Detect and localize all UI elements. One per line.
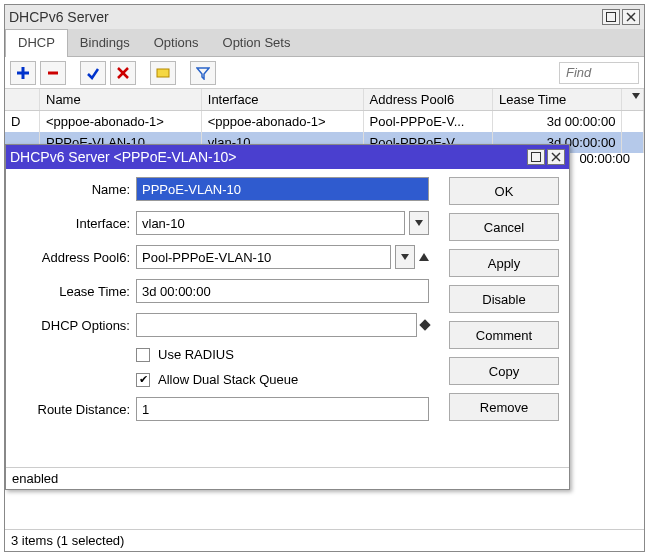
disable-button[interactable]: Disable xyxy=(449,285,559,313)
use-radius-checkbox[interactable] xyxy=(136,348,150,362)
dhcpv6-server-window: DHCPv6 Server DHCP Bindings Options Opti… xyxy=(4,4,645,552)
remove-button[interactable]: Remove xyxy=(449,393,559,421)
titlebar: DHCPv6 Server xyxy=(5,5,644,29)
window-title: DHCPv6 Server xyxy=(9,9,602,25)
name-field[interactable] xyxy=(136,177,429,201)
filter-icon[interactable] xyxy=(190,61,216,85)
tab-options[interactable]: Options xyxy=(142,29,211,56)
dialog-titlebar[interactable]: DHCPv6 Server <PPPoE-VLAN-10> xyxy=(6,145,569,169)
lease-time-field[interactable] xyxy=(136,279,429,303)
col-lease-time[interactable]: Lease Time xyxy=(492,89,621,111)
status-bar: 3 items (1 selected) xyxy=(5,529,644,551)
address-pool6-dropdown-icon[interactable] xyxy=(395,245,415,269)
table-area: Name Interface Address Pool6 Lease Time … xyxy=(5,89,644,529)
allow-dual-stack-label: Allow Dual Stack Queue xyxy=(158,372,298,387)
svg-rect-0 xyxy=(607,13,616,22)
address-pool6-label: Address Pool6: xyxy=(16,250,136,265)
svg-marker-9 xyxy=(197,68,209,79)
tab-dhcp[interactable]: DHCP xyxy=(5,29,68,57)
disable-icon[interactable] xyxy=(110,61,136,85)
tab-option-sets[interactable]: Option Sets xyxy=(211,29,303,56)
ok-button[interactable]: OK xyxy=(449,177,559,205)
svg-rect-8 xyxy=(157,69,169,77)
button-column: OK Cancel Apply Disable Comment Copy Rem… xyxy=(439,169,569,467)
allow-dual-stack-checkbox[interactable] xyxy=(136,373,150,387)
remove-icon[interactable] xyxy=(40,61,66,85)
toolbar xyxy=(5,57,644,89)
tabbar: DHCP Bindings Options Option Sets xyxy=(5,29,644,57)
route-distance-label: Route Distance: xyxy=(16,402,136,417)
comment-button[interactable]: Comment xyxy=(449,321,559,349)
apply-button[interactable]: Apply xyxy=(449,249,559,277)
tab-bindings[interactable]: Bindings xyxy=(68,29,142,56)
svg-rect-10 xyxy=(532,153,541,162)
close-button[interactable] xyxy=(622,9,640,25)
col-interface[interactable]: Interface xyxy=(201,89,363,111)
use-radius-label: Use RADIUS xyxy=(158,347,234,362)
col-flag[interactable] xyxy=(5,89,40,111)
dialog-title: DHCPv6 Server <PPPoE-VLAN-10> xyxy=(10,149,527,165)
dhcp-options-expand-icon[interactable] xyxy=(419,319,430,330)
address-pool6-field[interactable] xyxy=(136,245,391,269)
interface-label: Interface: xyxy=(16,216,136,231)
dhcp-options-label: DHCP Options: xyxy=(16,318,136,333)
table-row[interactable]: D <pppoe-abonado-1> <pppoe-abonado-1> Po… xyxy=(5,111,644,133)
dialog-maximize-button[interactable] xyxy=(527,149,545,165)
partial-lease-time: 00:00:00 xyxy=(579,151,630,166)
form: Name: Interface: Address Pool6: xyxy=(6,169,439,467)
dialog-status: enabled xyxy=(6,467,569,489)
name-label: Name: xyxy=(16,182,136,197)
interface-field[interactable] xyxy=(136,211,405,235)
copy-button[interactable]: Copy xyxy=(449,357,559,385)
collapse-up-icon[interactable] xyxy=(419,253,429,261)
column-menu-icon[interactable] xyxy=(632,93,640,99)
dialog-close-button[interactable] xyxy=(547,149,565,165)
add-icon[interactable] xyxy=(10,61,36,85)
server-edit-dialog: DHCPv6 Server <PPPoE-VLAN-10> Name: Inte… xyxy=(5,144,570,490)
cancel-button[interactable]: Cancel xyxy=(449,213,559,241)
interface-dropdown-icon[interactable] xyxy=(409,211,429,235)
col-address-pool6[interactable]: Address Pool6 xyxy=(363,89,492,111)
maximize-button[interactable] xyxy=(602,9,620,25)
col-name[interactable]: Name xyxy=(40,89,202,111)
dhcp-options-field[interactable] xyxy=(136,313,417,337)
lease-time-label: Lease Time: xyxy=(16,284,136,299)
find-input[interactable] xyxy=(559,62,639,84)
col-menu[interactable] xyxy=(622,89,644,111)
enable-icon[interactable] xyxy=(80,61,106,85)
route-distance-field[interactable] xyxy=(136,397,429,421)
comment-icon[interactable] xyxy=(150,61,176,85)
